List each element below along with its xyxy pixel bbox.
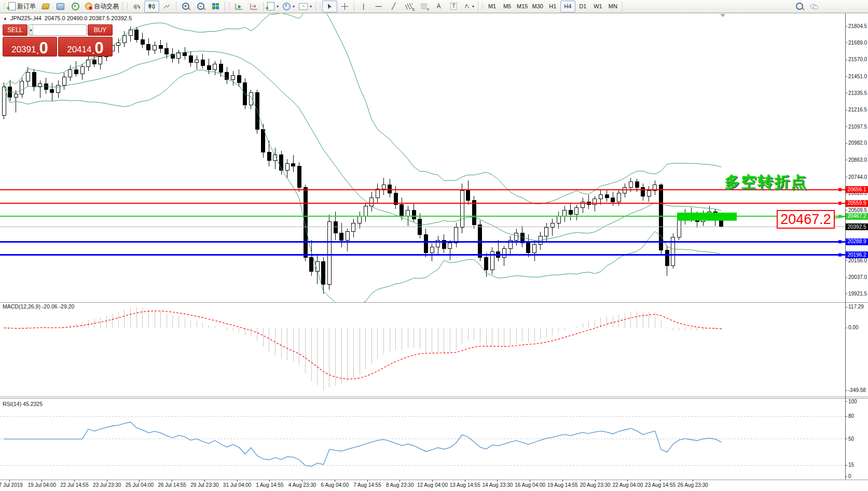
- rsi-scale-label: 15: [848, 462, 854, 468]
- time-axis-label: 19 Jul 04:00: [27, 482, 56, 488]
- fibonacci-tool[interactable]: F: [416, 1, 431, 12]
- toolbar-grip[interactable]: [481, 2, 484, 11]
- periods-button[interactable]: ▾: [281, 1, 297, 12]
- text-tool[interactable]: A: [431, 1, 446, 12]
- crosshair-tool-button[interactable]: [337, 1, 352, 12]
- timeframe-button-h4[interactable]: H4: [560, 1, 575, 12]
- search-button[interactable]: [792, 1, 807, 12]
- text-label-tool[interactable]: T: [446, 1, 461, 12]
- time-axis-label: 25 Jul 04:00: [126, 482, 154, 488]
- channel-tool[interactable]: E: [401, 1, 416, 12]
- sell-price-main: 20391: [11, 45, 36, 55]
- auto-scroll-button[interactable]: [231, 1, 246, 12]
- search-icon: [796, 3, 803, 10]
- toolbar-grip[interactable]: [319, 2, 321, 11]
- sell-button[interactable]: SELL: [3, 24, 27, 36]
- one-click-trading-panel: SELL ▼ ▲ BUY 20391.0 20414.0: [3, 24, 113, 57]
- vertical-line-tool[interactable]: |: [356, 1, 371, 12]
- line-chart-button[interactable]: [159, 1, 174, 12]
- volume-stepper: ▼ ▲: [29, 24, 87, 36]
- separator: [315, 2, 316, 11]
- zoom-out-button[interactable]: −: [193, 1, 208, 12]
- price-tick-label: 21335.5: [848, 90, 867, 96]
- time-axis-label: 23 Aug 14:55: [645, 482, 676, 488]
- trendline-icon: ╱: [392, 3, 395, 9]
- cursor-tool-button[interactable]: [322, 1, 337, 12]
- chevron-down-icon: ▾: [277, 4, 279, 9]
- cursor-icon: [327, 3, 333, 10]
- price-badge: 20656.1: [846, 186, 868, 193]
- tile-windows-button[interactable]: [208, 1, 223, 12]
- price-badge: 20559.9: [846, 200, 868, 207]
- toolbar-grip[interactable]: [126, 2, 128, 11]
- price-tick-label: 20863.0: [848, 157, 867, 163]
- new-order-button[interactable]: 新订单: [6, 1, 38, 12]
- rsi-pane-header: RSI(14) 45.2325: [3, 401, 43, 407]
- new-order-label: 新订单: [17, 2, 36, 11]
- chart-shift-marker-icon[interactable]: [720, 14, 725, 17]
- timeframe-button-w1[interactable]: W1: [590, 1, 605, 12]
- autotrading-label: 自动交易: [94, 2, 119, 11]
- price-tick-label: 20156.0: [848, 258, 867, 263]
- separator: [622, 2, 623, 11]
- symbol-name: JPN225-,H4: [10, 15, 42, 21]
- price-tick-label: 21451.0: [848, 74, 867, 79]
- volume-decrease-button[interactable]: ▼: [29, 25, 33, 35]
- macd-pane-header: MACD(12,26,9) -20.06 -29.20: [3, 303, 74, 310]
- bar-chart-button[interactable]: [129, 1, 144, 12]
- signals-button[interactable]: [68, 1, 83, 12]
- time-axis-label: 26 Aug 23:30: [678, 482, 708, 488]
- candlestick-chart-button[interactable]: [144, 1, 159, 12]
- tile-windows-icon: [212, 3, 219, 9]
- time-axis-label: 12 Aug 04:00: [417, 482, 448, 488]
- arrows-tool[interactable]: ▾: [461, 1, 476, 12]
- separator: [225, 2, 225, 11]
- chat-button[interactable]: [807, 1, 822, 12]
- horizontal-line-tool[interactable]: —: [371, 1, 386, 12]
- price-badge: 20392.5: [846, 223, 868, 230]
- buy-price-button[interactable]: 20414.0: [58, 37, 113, 57]
- turning-point-annotation[interactable]: 多空转折点: [724, 172, 807, 193]
- timeframe-button-h1[interactable]: H1: [545, 1, 560, 12]
- chart-canvas[interactable]: [0, 0, 868, 491]
- sell-price-frac: 0: [39, 41, 48, 55]
- market-watch-button[interactable]: [38, 1, 53, 12]
- price-badge: 20467.2: [846, 213, 868, 220]
- price-tick-label: 20037.0: [848, 274, 867, 280]
- separator: [122, 2, 123, 11]
- timeframe-button-m1[interactable]: M1: [485, 1, 500, 12]
- timeframe-button-d1[interactable]: D1: [575, 1, 590, 12]
- sell-price-button[interactable]: 20391.0: [3, 37, 57, 57]
- price-tick-label: 21804.5: [848, 23, 867, 29]
- price-callout-label[interactable]: 20467.2: [777, 210, 835, 229]
- time-axis-label: 7 Aug 14:55: [353, 482, 381, 488]
- chart-shift-button[interactable]: [246, 1, 261, 12]
- collapse-arrow-icon[interactable]: ▲: [3, 16, 7, 21]
- rsi-scale-label: 100: [848, 399, 857, 404]
- price-tick-label: 21689.0: [848, 40, 867, 46]
- timeframe-button-m5[interactable]: M5: [500, 1, 515, 12]
- time-axis-label: 16 Aug 04:00: [515, 482, 545, 488]
- terminal-button[interactable]: [53, 1, 68, 12]
- buy-button[interactable]: BUY: [88, 24, 113, 36]
- rsi-scale-label: 80: [848, 413, 854, 419]
- toolbar-grip[interactable]: [3, 2, 5, 11]
- time-axis-label: 6 Aug 04:00: [321, 482, 349, 488]
- buy-price-frac: 0: [95, 41, 104, 55]
- zoom-in-button[interactable]: +: [178, 1, 193, 12]
- auto-scroll-icon: [235, 3, 243, 10]
- indicators-button[interactable]: ~▾: [297, 1, 314, 12]
- arrows-icon: [463, 3, 470, 9]
- trendline-tool[interactable]: ╱: [386, 1, 401, 12]
- time-axis-label: 31 Jul 04:00: [223, 482, 252, 488]
- price-tick-label: 21570.0: [848, 57, 867, 62]
- toolbar-grip[interactable]: [228, 2, 230, 11]
- volume-input[interactable]: [33, 25, 87, 35]
- separator: [354, 2, 354, 11]
- timeframe-button-m30[interactable]: M30: [530, 1, 545, 12]
- templates-button[interactable]: ▾: [265, 1, 281, 12]
- autotrading-button[interactable]: 自动交易: [83, 1, 121, 12]
- timeframe-button-mn[interactable]: MN: [605, 1, 621, 12]
- symbol-ohlc: 20475.0 20490.0 20387.5 20392.5: [45, 15, 132, 21]
- timeframe-button-m15[interactable]: M15: [515, 1, 530, 12]
